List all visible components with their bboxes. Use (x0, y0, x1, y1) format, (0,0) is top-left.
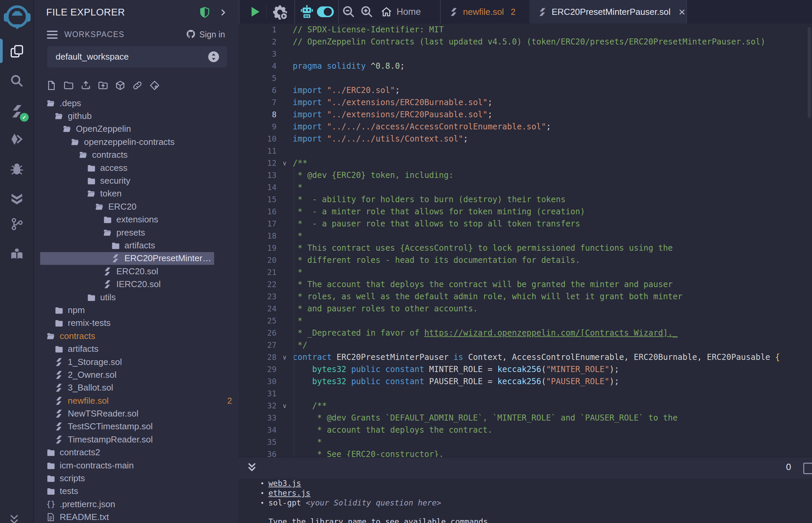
tree-item[interactable]: 3_Ballot.sol (34, 381, 239, 394)
code-line[interactable]: 18 * (239, 230, 812, 242)
code-line[interactable]: 23 * roles, as well as the default admin… (239, 290, 812, 303)
sidebar-item-deploy-run[interactable] (0, 125, 33, 154)
code-line[interactable]: 26 * _Deprecated in favor of https://wiz… (239, 327, 812, 339)
code-line[interactable]: 9import "../../../access/AccessControlEn… (239, 121, 812, 133)
code-line[interactable]: 34 * account that deploys the contract. (239, 424, 812, 436)
cube-icon[interactable] (115, 80, 125, 91)
tree-item[interactable]: scripts (34, 472, 239, 485)
code-line[interactable]: 24 * and pauser roles to other accounts. (239, 303, 812, 315)
remix-logo[interactable] (3, 3, 31, 30)
code-line[interactable]: 35 * (239, 436, 812, 448)
code-line[interactable]: 29 bytes32 public constant MINTER_ROLE =… (239, 363, 812, 375)
zoom-out-button[interactable] (342, 5, 355, 19)
code-line[interactable]: 21 * (239, 266, 812, 278)
tree-item[interactable]: npm (34, 304, 239, 317)
tree-item[interactable]: TestSCTimestamp.sol (34, 420, 239, 433)
close-icon[interactable]: × (679, 6, 686, 18)
code-line[interactable]: 20 * different roles - head to its docum… (239, 254, 812, 266)
tree-item[interactable]: .deps (34, 97, 239, 109)
tree-item[interactable]: 1_Storage.sol (34, 356, 239, 368)
collapse-sidebar-icon[interactable] (7, 513, 21, 523)
code-line[interactable]: 30 bytes32 public constant PAUSER_ROLE =… (239, 375, 812, 387)
tree-item[interactable]: artifacts (34, 342, 239, 355)
tree-item[interactable]: remix-tests (34, 317, 239, 329)
tree-item[interactable]: security (34, 174, 239, 187)
code-line[interactable]: 28∨contract ERC20PresetMinterPauser is C… (239, 351, 812, 363)
fold-chevron-icon[interactable]: ∨ (277, 400, 293, 412)
code-line[interactable]: 2// OpenZeppelin Contracts (last updated… (239, 36, 812, 48)
tree-item[interactable]: artifacts (34, 239, 239, 252)
workspace-select[interactable]: default_workspace (47, 46, 227, 67)
tree-item[interactable]: openzeppelin-contracts (34, 136, 239, 148)
code-line[interactable]: 36 * See {ERC20-constructor}. (239, 448, 812, 457)
terminal-window-icon[interactable] (803, 463, 812, 474)
sidebar-item-search[interactable] (0, 66, 33, 95)
tree-item[interactable]: icm-contracts-main (34, 459, 239, 472)
tree-item[interactable]: contracts (34, 149, 239, 161)
code-line[interactable]: 14 * (239, 181, 812, 194)
editor-scrollbar[interactable] (808, 27, 811, 118)
code-line[interactable]: 17 * - a pauser role that allows to stop… (239, 218, 812, 230)
code-line[interactable]: 11 (239, 145, 812, 157)
tree-item[interactable]: extensions (34, 213, 239, 226)
copilot-toggle[interactable] (317, 6, 334, 17)
fold-chevron-icon[interactable]: ∨ (277, 351, 293, 363)
sidebar-item-solidity-compiler[interactable]: ✓ (0, 97, 33, 126)
tree-item[interactable]: NewTSReader.sol (34, 407, 239, 420)
new-folder-icon[interactable] (64, 80, 74, 91)
tree-item[interactable]: IERC20.sol (34, 278, 239, 290)
terminal-link[interactable]: web3.js (268, 479, 301, 488)
code-line[interactable]: 16 * - a minter role that allows for tok… (239, 205, 812, 218)
tree-item[interactable]: contracts2 (34, 446, 239, 459)
code-line[interactable]: 32∨ /** (239, 400, 812, 412)
tree-item[interactable]: utils (34, 291, 239, 304)
tree-item[interactable]: {}.prettierrc.json (34, 498, 239, 510)
code-line[interactable]: 22 * The account that deploys the contra… (239, 278, 812, 290)
tree-item[interactable]: token (34, 187, 239, 200)
fold-chevron-icon[interactable]: ∨ (277, 157, 293, 169)
sign-in-button[interactable]: Sign in (199, 30, 225, 39)
tree-item[interactable]: newfile.sol2 (34, 394, 239, 407)
new-file-icon[interactable] (46, 80, 57, 91)
code-line[interactable]: 1// SPDX-License-Identifier: MIT (239, 23, 812, 36)
chevron-right-icon[interactable] (218, 8, 228, 17)
tab-home[interactable]: Home (381, 0, 421, 23)
tree-item[interactable]: tests (34, 485, 239, 498)
tree-item[interactable]: OpenZeppelin (34, 123, 239, 136)
code-editor[interactable]: 1// SPDX-License-Identifier: MIT2// Open… (239, 23, 812, 457)
terminal-link[interactable]: ethers.js (268, 488, 311, 498)
code-line[interactable]: 13 * @dev {ERC20} token, including: (239, 169, 812, 181)
code-line[interactable]: 31 (239, 387, 812, 400)
code-line[interactable]: 15 * - ability for holders to burn (dest… (239, 194, 812, 205)
tree-item[interactable]: access (34, 161, 239, 174)
code-line[interactable]: 5 (239, 72, 812, 84)
code-line[interactable]: 12∨/** (239, 157, 812, 169)
tree-item[interactable]: ERC20 (34, 200, 239, 213)
sidebar-item-learneth[interactable] (0, 239, 33, 268)
run-script-button[interactable] (248, 5, 262, 19)
clone-icon[interactable] (149, 80, 160, 91)
terminal-collapse-icon[interactable] (246, 461, 258, 474)
tab-erc20-preset-minter-pauser[interactable]: ERC20PresetMinterPauser.sol × (529, 0, 686, 23)
tree-item[interactable]: ERC20PresetMinterPauser.sol (34, 252, 239, 265)
tree-item[interactable]: README.txt (34, 511, 239, 523)
tree-item[interactable]: 2_Owner.sol (34, 368, 239, 381)
code-line[interactable]: 6import "../ERC20.sol"; (239, 84, 812, 96)
zoom-in-button[interactable] (360, 5, 374, 19)
code-line[interactable]: 33 * @dev Grants `DEFAULT_ADMIN_ROLE`, `… (239, 412, 812, 424)
code-line[interactable]: 25 * (239, 315, 812, 327)
sidebar-item-git[interactable] (0, 210, 33, 239)
link-icon[interactable] (132, 80, 143, 91)
code-line[interactable]: 7import "../extensions/ERC20Burnable.sol… (239, 96, 812, 109)
tree-item[interactable]: presets (34, 226, 239, 239)
code-line[interactable]: 4pragma solidity ^0.8.0; (239, 60, 812, 72)
code-line[interactable]: 8import "../extensions/ERC20Pausable.sol… (239, 109, 812, 121)
tree-item[interactable]: TimestampReader.sol (34, 433, 239, 446)
code-line[interactable]: 3 (239, 48, 812, 60)
script-config-button[interactable] (272, 4, 288, 20)
workspace-menu-icon[interactable] (47, 31, 58, 41)
code-line[interactable]: 10import "../../../utils/Context.sol"; (239, 133, 812, 145)
upload-folder-icon[interactable] (98, 80, 108, 91)
sidebar-item-unit-testing[interactable] (0, 184, 33, 213)
tree-item[interactable]: github (34, 109, 239, 122)
